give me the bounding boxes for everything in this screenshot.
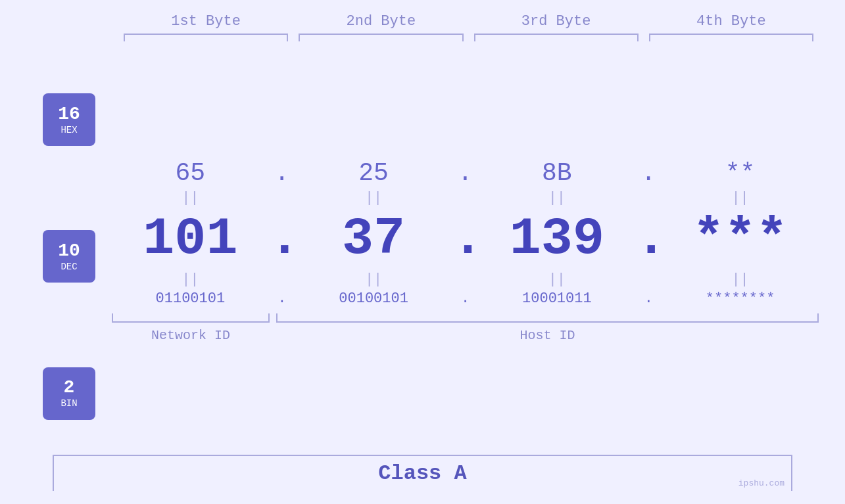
eq2-b3: ||: [479, 271, 636, 288]
eq1-b1: ||: [112, 190, 269, 206]
eq2-b4: ||: [662, 271, 819, 288]
eq2-b1: ||: [112, 271, 269, 288]
eq1-b2: ||: [295, 190, 452, 206]
class-label: Class A: [54, 461, 791, 491]
bin-dot2: .: [452, 290, 479, 307]
hex-badge-num: 16: [58, 104, 80, 125]
dec-badge: 10 DEC: [43, 230, 95, 283]
byte-headers-row: 1st Byte 2nd Byte 3rd Byte 4th Byte: [26, 13, 819, 30]
hex-badge-label: HEX: [60, 125, 77, 135]
bin-b4: ********: [662, 290, 819, 307]
equals-row-2: || || || ||: [112, 271, 819, 288]
hex-b1: 65: [112, 159, 269, 187]
main-container: 1st Byte 2nd Byte 3rd Byte 4th Byte 16 H…: [0, 0, 845, 504]
bin-badge-num: 2: [64, 378, 75, 398]
hex-b3: 8B: [479, 159, 636, 187]
bin-b1: 01100101: [112, 290, 269, 307]
dec-dot2: .: [452, 209, 479, 269]
network-id-label: Network ID: [112, 328, 270, 343]
bin-badge: 2 BIN: [43, 367, 95, 420]
main-content-area: 16 HEX 10 DEC 2 BIN 65 . 25 . 8B . **: [26, 55, 819, 452]
dec-b3: 139: [479, 209, 636, 269]
hex-dot1: .: [269, 159, 295, 187]
id-labels-row: Network ID Host ID: [112, 328, 819, 343]
dec-dot3: .: [635, 209, 662, 269]
byte4-header: 4th Byte: [644, 13, 819, 30]
eq1-b4: ||: [662, 190, 819, 206]
bracket-b1: [124, 34, 288, 41]
bin-dot1: .: [269, 290, 295, 307]
top-brackets: [26, 34, 819, 41]
byte1-header: 1st Byte: [118, 13, 293, 30]
dec-b1: 101: [112, 209, 269, 269]
net-id-bracket: [112, 313, 270, 323]
bin-data-row: 01100101 . 00100101 . 10001011 . *******…: [112, 290, 819, 307]
dec-badge-label: DEC: [60, 262, 77, 272]
byte2-header: 2nd Byte: [293, 13, 468, 30]
host-id-bracket: [276, 313, 819, 323]
class-bar: Class A ipshu.com: [53, 455, 792, 491]
hex-badge: 16 HEX: [43, 93, 95, 146]
dec-b4: ***: [662, 209, 819, 269]
hex-data-row: 65 . 25 . 8B . **: [112, 159, 819, 187]
badges-column: 16 HEX 10 DEC 2 BIN: [26, 55, 112, 452]
bracket-b2: [299, 34, 463, 41]
dec-dot1: .: [269, 209, 295, 269]
byte3-header: 3rd Byte: [469, 13, 644, 30]
hex-dot3: .: [635, 159, 662, 187]
bracket-b4: [649, 34, 813, 41]
hex-b4: **: [662, 159, 819, 187]
dec-badge-num: 10: [58, 241, 80, 262]
eq1-b3: ||: [479, 190, 636, 206]
bin-b2: 00100101: [295, 290, 452, 307]
host-id-label: Host ID: [276, 328, 819, 343]
dec-b2: 37: [295, 209, 452, 269]
bracket-b3: [474, 34, 639, 41]
watermark: ipshu.com: [738, 478, 785, 488]
eq2-b2: ||: [295, 271, 452, 288]
hex-dot2: .: [452, 159, 479, 187]
bin-dot3: .: [635, 290, 662, 307]
bottom-brackets: [112, 313, 819, 323]
bin-badge-label: BIN: [60, 398, 77, 409]
equals-row-1: || || || ||: [112, 190, 819, 206]
data-rows-column: 65 . 25 . 8B . ** || || || || 101: [112, 159, 819, 348]
hex-b2: 25: [295, 159, 452, 187]
bin-b3: 10001011: [479, 290, 636, 307]
dec-data-row: 101 . 37 . 139 . ***: [112, 209, 819, 269]
